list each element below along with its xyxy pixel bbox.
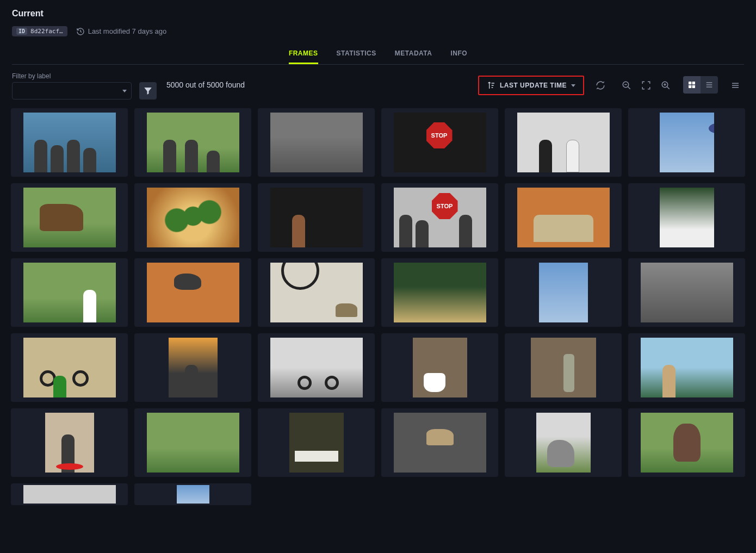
tab-info[interactable]: INFO	[450, 44, 467, 64]
sort-by-button[interactable]: LAST UPDATE TIME	[478, 76, 584, 95]
filter-funnel-button[interactable]	[139, 82, 157, 100]
chevron-down-icon	[122, 90, 127, 92]
frame-thumbnail[interactable]	[505, 108, 622, 177]
view-toggle	[683, 76, 718, 94]
id-chip-label: ID	[16, 28, 27, 35]
frame-thumbnail[interactable]	[134, 333, 251, 402]
grid-view-button[interactable]	[683, 76, 701, 94]
tabs: FRAMES STATISTICS METADATA INFO	[12, 44, 744, 65]
frames-grid: STOP STOP 60	[0, 103, 756, 516]
frame-thumbnail[interactable]	[505, 258, 622, 327]
id-chip[interactable]: ID 8d22facf…	[12, 26, 67, 36]
sort-icon	[487, 81, 495, 90]
frame-thumbnail[interactable]	[11, 408, 128, 477]
frame-thumbnail[interactable]	[505, 333, 622, 402]
frame-thumbnail[interactable]: 60	[628, 183, 745, 252]
list-view-button[interactable]	[701, 76, 718, 94]
filter-funnel-icon	[143, 86, 153, 96]
frame-thumbnail[interactable]	[258, 408, 375, 477]
history-icon	[76, 27, 85, 36]
svg-line-4	[667, 86, 670, 89]
frame-thumbnail[interactable]	[505, 408, 622, 477]
zoom-fit-button[interactable]	[637, 77, 655, 94]
frame-thumbnail[interactable]	[258, 333, 375, 402]
frame-thumbnail[interactable]	[505, 183, 622, 252]
refresh-icon	[596, 80, 605, 90]
zoom-fit-icon	[641, 80, 651, 90]
tab-statistics[interactable]: STATISTICS	[337, 44, 376, 64]
id-chip-value: 8d22facf…	[30, 28, 63, 35]
svg-rect-9	[689, 85, 691, 88]
frame-thumbnail[interactable]: STOP	[381, 183, 498, 252]
frame-thumbnail[interactable]	[258, 183, 375, 252]
frame-thumbnail[interactable]	[134, 483, 251, 505]
filter-by-label-input[interactable]	[17, 86, 122, 96]
frame-thumbnail[interactable]	[134, 183, 251, 252]
frame-thumbnail[interactable]	[11, 258, 128, 327]
page-title: Current	[12, 9, 744, 18]
list-view-icon	[705, 80, 714, 89]
frame-thumbnail[interactable]	[258, 108, 375, 177]
toolbar: Filter by label 5000 out of 5000 found L…	[0, 65, 756, 103]
last-modified: Last modified 7 days ago	[76, 27, 167, 36]
frame-thumbnail[interactable]	[381, 408, 498, 477]
frame-thumbnail[interactable]: STOP	[381, 108, 498, 177]
frame-thumbnail[interactable]	[381, 333, 498, 402]
chevron-down-icon	[571, 84, 575, 87]
zoom-in-icon	[661, 80, 671, 90]
frame-thumbnail[interactable]	[11, 483, 128, 505]
frame-thumbnail[interactable]	[134, 258, 251, 327]
sort-by-label: LAST UPDATE TIME	[500, 82, 567, 89]
refresh-button[interactable]	[592, 77, 609, 94]
frame-thumbnail[interactable]	[628, 258, 745, 327]
frame-thumbnail[interactable]	[381, 258, 498, 327]
svg-rect-8	[692, 82, 695, 84]
frame-thumbnail[interactable]	[11, 333, 128, 402]
zoom-out-button[interactable]	[618, 77, 635, 94]
last-modified-text: Last modified 7 days ago	[88, 27, 167, 35]
tab-frames[interactable]: FRAMES	[289, 44, 318, 64]
svg-rect-10	[692, 85, 695, 88]
frame-thumbnail[interactable]	[11, 183, 128, 252]
zoom-out-icon	[622, 80, 631, 90]
svg-line-1	[628, 86, 630, 89]
frame-thumbnail[interactable]	[258, 258, 375, 327]
frame-thumbnail[interactable]	[628, 108, 745, 177]
frame-thumbnail[interactable]	[11, 108, 128, 177]
filter-label: Filter by label	[12, 72, 132, 80]
frame-thumbnail[interactable]	[134, 408, 251, 477]
menu-icon	[730, 80, 740, 90]
meta-row: ID 8d22facf… Last modified 7 days ago	[12, 26, 744, 36]
grid-view-icon	[687, 80, 696, 89]
frame-thumbnail[interactable]	[134, 108, 251, 177]
svg-rect-7	[689, 82, 691, 84]
results-count: 5000 out of 5000 found	[166, 80, 245, 89]
more-menu-button[interactable]	[727, 77, 744, 94]
filter-by-label-select[interactable]	[12, 82, 132, 100]
frame-thumbnail[interactable]	[628, 408, 745, 477]
tab-metadata[interactable]: METADATA	[395, 44, 432, 64]
zoom-in-button[interactable]	[657, 77, 674, 94]
frame-thumbnail[interactable]	[628, 333, 745, 402]
